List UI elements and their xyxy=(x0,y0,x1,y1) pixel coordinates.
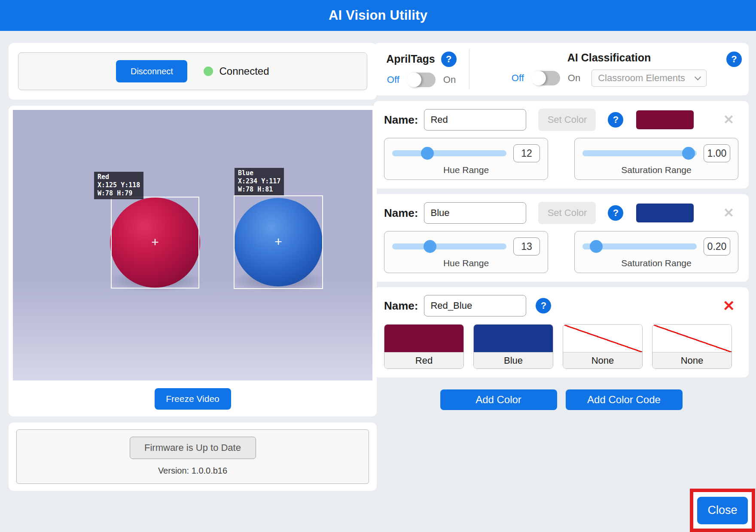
saturation-slider-blue[interactable] xyxy=(582,240,697,253)
name-label: Name: xyxy=(384,299,418,313)
camera-feed[interactable]: + + Red X:125 Y:118 W:78 H:79 Blue X:234… xyxy=(13,110,372,380)
code-slot-none-1[interactable]: None xyxy=(563,324,643,369)
ai-classification-help-icon[interactable]: ? xyxy=(726,52,742,67)
remove-color-icon-blue[interactable]: ✕ xyxy=(723,207,734,219)
saturation-value-input-blue[interactable] xyxy=(704,237,730,255)
color-code-card: Name: ? ✕ Red Blue None None xyxy=(374,287,749,377)
code-slot-none-1-label: None xyxy=(563,352,642,368)
ai-classification-on-label: On xyxy=(568,73,580,84)
classification-model-dropdown[interactable]: Classroom Elements xyxy=(591,70,707,87)
code-slot-blue-label: Blue xyxy=(474,352,553,368)
blue-crosshair: + xyxy=(274,235,282,248)
color-swatch-blue[interactable] xyxy=(636,204,694,222)
red-bounding-box: + xyxy=(111,197,199,289)
blue-detection-label: Blue X:234 Y:117 W:78 H:81 xyxy=(235,168,284,195)
code-slot-red-swatch xyxy=(384,325,463,352)
color-code-help-icon[interactable]: ? xyxy=(536,298,551,313)
hue-slider-knob-red[interactable] xyxy=(421,147,434,160)
add-color-button[interactable]: Add Color xyxy=(440,389,557,410)
remove-color-icon-red[interactable]: ✕ xyxy=(723,113,734,126)
apriltags-help-icon[interactable]: ? xyxy=(441,52,457,67)
apriltags-toggle[interactable] xyxy=(407,73,436,87)
color-name-input-red[interactable] xyxy=(424,109,526,131)
color-card-blue: Name: Set Color ? ✕ Hue Range xyxy=(374,194,749,282)
right-column: AprilTags ? Off On ? AI Classification O… xyxy=(374,43,749,410)
add-color-code-button[interactable]: Add Color Code xyxy=(566,389,683,410)
ai-classification-off-label: Off xyxy=(512,73,524,84)
remove-color-code-icon[interactable]: ✕ xyxy=(723,298,735,313)
close-highlight-box: Close xyxy=(690,489,755,532)
firmware-version-label: Version: 1.0.0.b16 xyxy=(158,466,227,476)
code-slot-blue[interactable]: Blue xyxy=(473,324,553,369)
ai-classification-toggle[interactable] xyxy=(532,71,560,85)
hue-value-input-red[interactable] xyxy=(513,144,540,162)
title-bar: AI Vision Utility xyxy=(0,0,756,31)
apriltags-panel: AprilTags ? Off On xyxy=(374,48,469,90)
ai-classification-toggle-knob xyxy=(531,71,546,85)
hue-range-label: Hue Range xyxy=(392,165,540,175)
disconnect-button[interactable]: Disconnect xyxy=(116,60,187,82)
saturation-slider-red[interactable] xyxy=(582,147,697,160)
saturation-range-label: Saturation Range xyxy=(582,165,730,175)
connection-status: Connected xyxy=(204,65,269,77)
hue-value-input-blue[interactable] xyxy=(513,237,540,255)
apriltags-toggle-knob xyxy=(407,73,421,87)
color-card-red: Name: Set Color ? ✕ Hue Range xyxy=(374,101,749,188)
hue-slider-blue[interactable] xyxy=(392,240,506,253)
code-slot-blue-swatch xyxy=(474,325,553,352)
apriltags-off-label: Off xyxy=(387,74,399,85)
saturation-slider-knob-blue[interactable] xyxy=(590,240,603,253)
ai-classification-title: AI Classification xyxy=(567,52,651,64)
red-crosshair: + xyxy=(151,236,159,249)
connection-status-box: Disconnect Connected xyxy=(18,52,367,90)
blue-bounding-box: + xyxy=(234,195,323,289)
color-code-name-input[interactable] xyxy=(424,295,526,316)
connected-dot-icon xyxy=(204,67,213,76)
firmware-card: Firmware is Up to Date Version: 1.0.0.b1… xyxy=(9,423,377,491)
close-button[interactable]: Close xyxy=(697,497,748,524)
freeze-video-button[interactable]: Freeze Video xyxy=(155,388,231,410)
hue-range-box-red: Hue Range xyxy=(384,138,548,180)
hue-range-box-blue: Hue Range xyxy=(384,231,548,273)
code-slot-none-2[interactable]: None xyxy=(652,324,732,369)
apriltags-title: AprilTags xyxy=(386,53,435,65)
name-label: Name: xyxy=(384,207,418,220)
firmware-update-button[interactable]: Firmware is Up to Date xyxy=(130,437,256,459)
left-column: Disconnect Connected + + Red X:125 Y:118… xyxy=(9,43,377,491)
connection-status-label: Connected xyxy=(219,65,269,77)
firmware-box: Firmware is Up to Date Version: 1.0.0.b1… xyxy=(16,429,369,484)
classification-model-value: Classroom Elements xyxy=(598,73,685,84)
saturation-range-label: Saturation Range xyxy=(582,258,730,268)
color-name-input-blue[interactable] xyxy=(424,202,526,224)
saturation-range-box-blue: Saturation Range xyxy=(574,231,738,273)
set-color-button-red[interactable]: Set Color xyxy=(538,109,596,131)
saturation-value-input-red[interactable] xyxy=(704,144,730,162)
saturation-slider-knob-red[interactable] xyxy=(682,147,695,160)
code-slot-red[interactable]: Red xyxy=(384,324,464,369)
chevron-down-icon xyxy=(695,73,701,80)
color-help-icon-blue[interactable]: ? xyxy=(608,205,623,221)
hue-range-label: Hue Range xyxy=(392,258,540,268)
video-card: + + Red X:125 Y:118 W:78 H:79 Blue X:234… xyxy=(9,106,377,416)
color-swatch-red[interactable] xyxy=(636,110,694,129)
name-label: Name: xyxy=(384,113,418,127)
hue-slider-red[interactable] xyxy=(392,147,506,160)
detection-modes-card: AprilTags ? Off On ? AI Classification O… xyxy=(374,43,749,95)
saturation-range-box-red: Saturation Range xyxy=(574,138,738,180)
code-slot-none-2-label: None xyxy=(652,352,732,368)
apriltags-on-label: On xyxy=(443,74,456,85)
ai-classification-panel: ? AI Classification Off On Classroom Ele… xyxy=(469,48,749,90)
red-detection-label: Red X:125 Y:118 W:78 H:79 xyxy=(94,172,143,199)
color-help-icon-red[interactable]: ? xyxy=(608,112,623,128)
code-slot-none-1-swatch xyxy=(563,325,642,352)
code-slot-none-2-swatch xyxy=(652,325,732,352)
connection-card: Disconnect Connected xyxy=(9,43,377,100)
hue-slider-knob-blue[interactable] xyxy=(424,240,436,253)
code-slot-red-label: Red xyxy=(384,352,463,368)
page-title: AI Vision Utility xyxy=(329,8,427,23)
set-color-button-blue[interactable]: Set Color xyxy=(538,202,596,224)
